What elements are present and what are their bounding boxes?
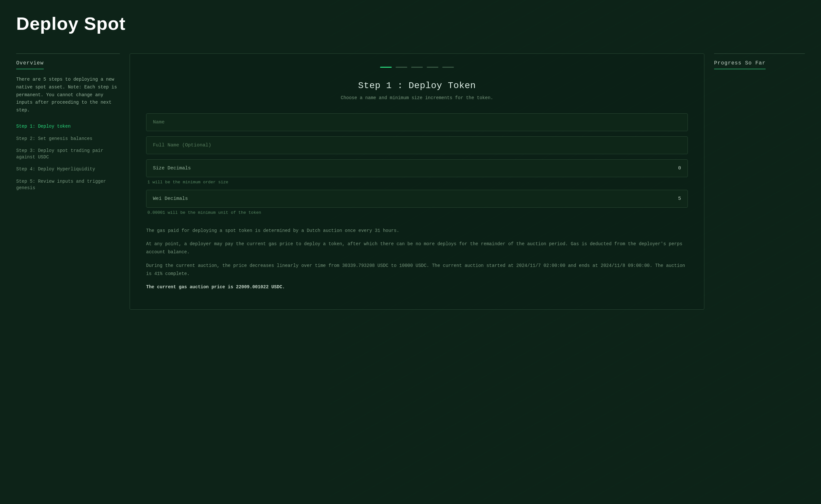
step-indicator-1 (380, 67, 392, 68)
step-heading: Step 1 : Deploy Token (146, 81, 688, 91)
progress-title: Progress So Far (714, 60, 766, 69)
center-panel: Step 1 : Deploy Token Choose a name and … (130, 53, 704, 310)
sidebar-item-step2[interactable]: Step 2: Set genesis balances (16, 136, 120, 142)
sidebar-item-step1[interactable]: Step 1: Deploy token (16, 123, 120, 130)
name-input[interactable] (146, 113, 688, 131)
wei-decimals-hint: 0.00001 will be the minimum unit of the … (146, 210, 688, 215)
sidebar-item-step3[interactable]: Step 3: Deploy spot trading pair against… (16, 148, 120, 160)
wei-decimals-value: 5 (678, 196, 681, 201)
auction-info-text: During the current auction, the price de… (146, 262, 688, 278)
step-indicator-3 (411, 67, 423, 68)
size-decimals-value: 0 (678, 166, 681, 171)
step-list: Step 1: Deploy token Step 2: Set genesis… (16, 123, 120, 191)
overview-title: Overview (16, 60, 44, 69)
overview-panel: Overview There are 5 steps to deploying … (16, 53, 120, 191)
overview-description: There are 5 steps to deploying a new nat… (16, 76, 120, 114)
step-subheading: Choose a name and minimum size increment… (146, 95, 688, 100)
full-name-input[interactable] (146, 136, 688, 154)
main-layout: Overview There are 5 steps to deploying … (16, 53, 805, 310)
step-indicator-5 (442, 67, 454, 68)
size-decimals-hint: 1 will be the minimum order size (146, 180, 688, 185)
wei-decimals-label: Wei Decimals (153, 196, 188, 201)
page-title: Deploy Spot (16, 13, 805, 34)
info-spacer (146, 220, 688, 227)
step-indicator-4 (427, 67, 438, 68)
progress-panel: Progress So Far (714, 53, 805, 76)
step-indicators (146, 67, 688, 68)
size-decimals-label: Size Decimals (153, 166, 191, 171)
wei-decimals-row: Wei Decimals 5 (146, 190, 688, 208)
sidebar-item-step5[interactable]: Step 5: Review inputs and trigger genesi… (16, 178, 120, 191)
sidebar-item-step4[interactable]: Step 4: Deploy Hyperliquidity (16, 166, 120, 173)
gas-info-text: The gas paid for deploying a spot token … (146, 227, 688, 235)
current-price-text: The current gas auction price is 22009.0… (146, 283, 688, 291)
page-wrapper: Deploy Spot Overview There are 5 steps t… (0, 0, 821, 323)
deployer-info-text: At any point, a deployer may pay the cur… (146, 240, 688, 256)
size-decimals-row: Size Decimals 0 (146, 159, 688, 177)
step-indicator-2 (396, 67, 407, 68)
